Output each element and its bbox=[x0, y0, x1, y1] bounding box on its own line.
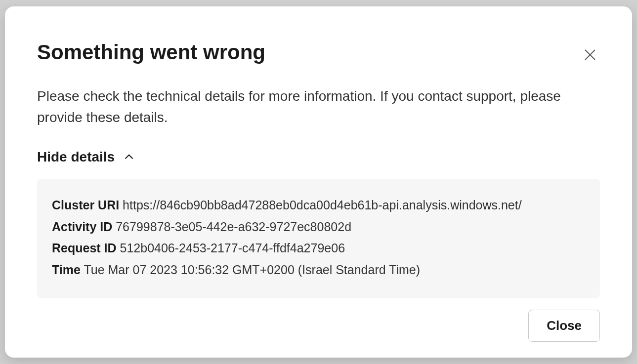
dialog-header: Something went wrong bbox=[37, 41, 600, 65]
chevron-up-icon bbox=[123, 151, 135, 163]
detail-request-id: Request ID 512b0406-2453-2177-c474-ffdf4… bbox=[52, 238, 585, 259]
detail-label: Activity ID bbox=[52, 220, 112, 234]
detail-value: 76799878-3e05-442e-a632-9727ec80802d bbox=[116, 220, 351, 234]
detail-value: 512b0406-2453-2177-c474-ffdf4a279e06 bbox=[120, 241, 345, 255]
detail-label: Cluster URI bbox=[52, 198, 119, 212]
detail-activity-id: Activity ID 76799878-3e05-442e-a632-9727… bbox=[52, 216, 585, 238]
dialog-title: Something went wrong bbox=[37, 41, 265, 64]
details-toggle[interactable]: Hide details bbox=[37, 149, 600, 165]
detail-cluster-uri: Cluster URI https://846cb90bb8ad47288eb0… bbox=[52, 195, 585, 216]
error-dialog: Something went wrong Please check the te… bbox=[5, 6, 632, 358]
dialog-footer: Close bbox=[37, 310, 600, 342]
detail-time: Time Tue Mar 07 2023 10:56:32 GMT+0200 (… bbox=[52, 259, 585, 281]
close-button[interactable]: Close bbox=[528, 310, 600, 342]
dialog-message: Please check the technical details for m… bbox=[37, 85, 600, 128]
detail-value: Tue Mar 07 2023 10:56:32 GMT+0200 (Israe… bbox=[84, 263, 420, 277]
detail-value: https://846cb90bb8ad47288eb0dca00d4eb61b… bbox=[123, 198, 522, 212]
detail-label: Request ID bbox=[52, 241, 117, 255]
details-toggle-label: Hide details bbox=[37, 149, 115, 165]
details-box: Cluster URI https://846cb90bb8ad47288eb0… bbox=[37, 179, 600, 298]
close-icon[interactable] bbox=[580, 45, 600, 65]
detail-label: Time bbox=[52, 263, 81, 277]
